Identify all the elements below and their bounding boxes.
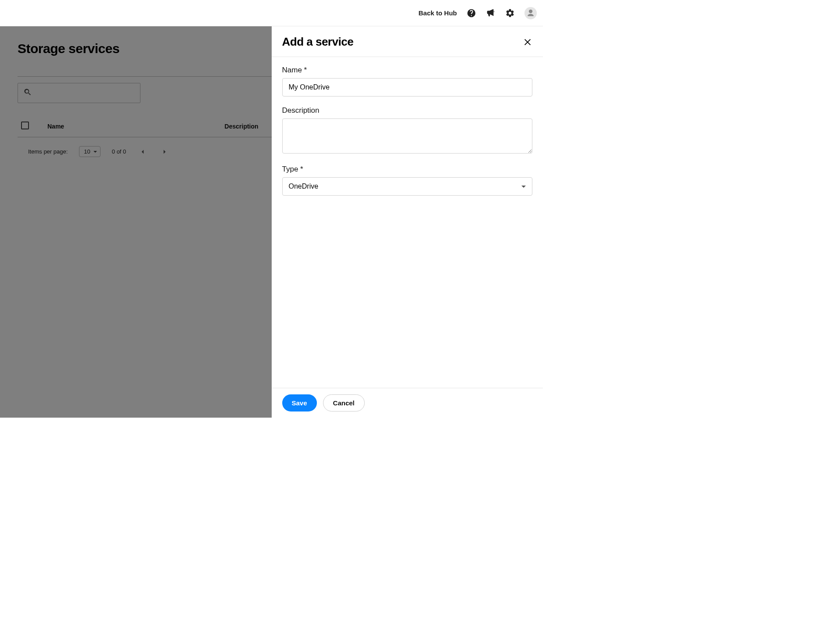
help-icon[interactable] bbox=[467, 8, 476, 18]
name-input[interactable] bbox=[282, 78, 533, 97]
announcements-icon[interactable] bbox=[486, 8, 496, 18]
back-to-hub-link[interactable]: Back to Hub bbox=[416, 9, 457, 17]
panel-title: Add a service bbox=[282, 35, 354, 49]
type-field-label: Type * bbox=[282, 165, 533, 174]
user-avatar[interactable] bbox=[524, 7, 537, 19]
type-select[interactable]: OneDrive bbox=[282, 177, 533, 196]
close-icon[interactable] bbox=[523, 37, 532, 47]
panel-footer: Save Cancel bbox=[272, 388, 543, 418]
name-field-group: Name * bbox=[282, 66, 533, 97]
save-button[interactable]: Save bbox=[282, 394, 317, 411]
panel-header: Add a service bbox=[272, 26, 543, 57]
add-service-panel: Add a service Name * Description Type * … bbox=[272, 26, 543, 418]
settings-icon[interactable] bbox=[505, 8, 515, 18]
type-field-group: Type * OneDrive bbox=[282, 165, 533, 196]
description-field-label: Description bbox=[282, 106, 533, 115]
top-bar: Back to Hub bbox=[0, 0, 543, 26]
name-field-label: Name * bbox=[282, 66, 533, 75]
description-field-group: Description bbox=[282, 106, 533, 155]
description-input[interactable] bbox=[282, 118, 533, 154]
panel-body: Name * Description Type * OneDrive bbox=[272, 57, 543, 388]
back-to-hub-label: Back to Hub bbox=[418, 9, 457, 17]
cancel-button[interactable]: Cancel bbox=[323, 394, 365, 411]
type-select-value: OneDrive bbox=[289, 182, 319, 190]
